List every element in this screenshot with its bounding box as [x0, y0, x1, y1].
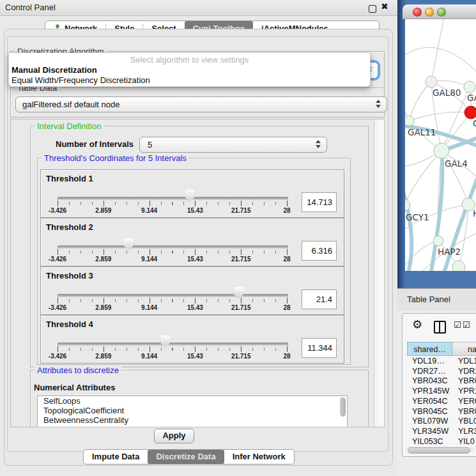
slider-track[interactable]	[58, 197, 288, 201]
cell-name[interactable]: YER0	[458, 397, 476, 406]
cell-name[interactable]: YPR1	[458, 387, 476, 395]
dropdown-option-equal-width[interactable]: Equal Width/Frequency Discretization	[12, 75, 150, 85]
gear-icon[interactable]: ⚙	[412, 318, 422, 332]
threshold-value-field[interactable]: 14.713	[302, 192, 337, 212]
column-header-shared-name[interactable]: shared…	[407, 342, 452, 356]
major-tick	[58, 346, 58, 352]
dropdown-option-manual[interactable]: Manual Discretization	[12, 65, 97, 75]
cell-name[interactable]: YBR0	[458, 407, 476, 416]
table-row[interactable]: YLR345WYLR3	[407, 427, 476, 437]
table-row[interactable]: YDL19…YDL1	[407, 357, 476, 367]
table-row[interactable]: YBL079WYBL0	[407, 417, 476, 427]
table-row[interactable]: YBR043CYBR0	[407, 376, 476, 387]
table-row[interactable]: YDR27…YDR2	[407, 367, 476, 377]
thresholds-group-title: Threshold's Coordinates for 5 Intervals	[42, 153, 189, 163]
threshold-slider[interactable]: -3.4262.8599.14415.4321.71528	[58, 316, 287, 363]
tick-label: 2.859	[95, 304, 111, 311]
threshold-panel: Threshold 4 -3.4262.8599.14415.4321.7152…	[40, 315, 344, 364]
cell-name[interactable]: YBR0	[458, 376, 476, 385]
close-icon[interactable]: ✖	[381, 1, 388, 12]
node-label: HAP2	[438, 247, 461, 257]
threshold-value-field[interactable]: 11.344	[302, 338, 337, 358]
checkbox-icon[interactable]: ☑	[463, 320, 470, 330]
scrollbar-track[interactable]	[374, 119, 384, 427]
major-tick	[104, 201, 104, 206]
cell-name[interactable]: YLR3	[458, 427, 476, 436]
cell-shared-name[interactable]: YDL19…	[412, 357, 445, 365]
tab-discretize-data[interactable]: Discretize Data	[148, 450, 224, 464]
node-label: GAL4	[445, 158, 468, 169]
network-canvas[interactable]: GAL80GACGAL11GAL4HGCY1HAP2	[405, 19, 476, 271]
table-row[interactable]: YPR145WYPR1	[407, 387, 476, 397]
network-edge[interactable]	[405, 47, 476, 75]
tab-impute-data[interactable]: Impute Data	[84, 450, 148, 464]
slider-minor-ticks	[58, 202, 288, 205]
apply-button[interactable]: Apply	[154, 429, 194, 443]
cell-shared-name[interactable]: YBR045C	[412, 407, 448, 416]
zoom-traffic-light[interactable]	[437, 8, 446, 17]
network-node-gal11[interactable]	[405, 116, 414, 126]
threshold-panel: Threshold 1 -3.4262.8599.14415.4321.7152…	[40, 169, 344, 218]
cell-shared-name[interactable]: YBL079W	[412, 417, 448, 426]
cell-shared-name[interactable]: YER054C	[412, 397, 448, 406]
cell-name[interactable]: YIL0	[458, 437, 475, 446]
table-row[interactable]: YER054CYER0	[407, 397, 476, 407]
dropdown-hint-item[interactable]: Select algorithm to view settings	[9, 55, 370, 65]
number-of-intervals-combobox[interactable]: 5	[139, 137, 327, 153]
slider-track[interactable]	[58, 342, 288, 346]
attribute-list-item[interactable]: BetweennessCentrality	[38, 415, 347, 425]
major-tick	[195, 298, 196, 303]
network-edge[interactable]	[405, 151, 441, 205]
threshold-slider[interactable]: -3.4262.8599.14415.4321.71528	[58, 267, 287, 314]
cell-shared-name[interactable]: YIL053C	[412, 437, 443, 446]
horizontal-scrollbar-track[interactable]	[406, 447, 474, 452]
slider-track[interactable]	[58, 245, 288, 249]
minimize-traffic-light[interactable]	[425, 8, 434, 17]
cell-shared-name[interactable]: YDR27…	[412, 367, 446, 376]
network-node-gal4[interactable]	[434, 143, 449, 158]
attribute-list-item[interactable]: TopologicalCoefficient	[38, 406, 347, 415]
network-window-titlebar[interactable]	[403, 4, 476, 19]
threshold-slider[interactable]: -3.4262.8599.14415.4321.71528	[58, 219, 287, 266]
network-edge[interactable]	[409, 82, 431, 121]
threshold-value-field[interactable]: 6.316	[302, 241, 337, 261]
network-node-hap2[interactable]	[433, 236, 443, 246]
table-data-combobox[interactable]: galFiltered.sif default node	[15, 96, 387, 112]
network-node-ga[interactable]	[464, 81, 475, 93]
threshold-value-field[interactable]: 21.4	[302, 289, 337, 309]
network-node-c[interactable]	[464, 106, 476, 119]
numerical-attributes-list[interactable]: SelfLoopsTopologicalCoefficientBetweenne…	[37, 395, 348, 427]
attribute-list-item[interactable]: SelfLoops	[38, 396, 347, 406]
horizontal-scrollbar-thumb[interactable]	[408, 447, 470, 454]
slider-track[interactable]	[58, 294, 288, 298]
cell-name[interactable]: YDL1	[458, 357, 476, 365]
tick-label: 28	[283, 207, 290, 214]
major-tick	[150, 201, 150, 206]
attributes-group-title: Attributes to discretize	[35, 365, 121, 375]
major-tick	[241, 201, 242, 206]
cell-name[interactable]: YBL0	[458, 417, 476, 426]
number-of-intervals-label: Number of Intervals	[56, 139, 134, 149]
column-header-name[interactable]: na	[452, 342, 476, 356]
cell-shared-name[interactable]: YPR145W	[412, 387, 449, 395]
cell-shared-name[interactable]: YBR043C	[412, 376, 448, 385]
cell-name[interactable]: YDR2	[458, 367, 476, 376]
slider-minor-ticks	[58, 299, 288, 302]
tab-infer-network[interactable]: Infer Network	[224, 450, 294, 464]
node-label: H	[473, 208, 476, 219]
tick-label: 15.43	[187, 353, 203, 360]
close-traffic-light[interactable]	[413, 8, 422, 17]
network-edge[interactable]	[431, 19, 445, 82]
float-window-icon[interactable]	[369, 5, 376, 13]
network-node[interactable]	[452, 261, 465, 271]
table-row[interactable]: YBR045CYBR0	[407, 407, 476, 417]
network-edge[interactable]	[409, 112, 471, 121]
cell-shared-name[interactable]: YLR345W	[412, 427, 449, 436]
network-node-gal80[interactable]	[426, 76, 437, 88]
interval-definition-title: Interval Definition	[35, 121, 104, 131]
checkbox-icon[interactable]: ☑	[454, 320, 461, 330]
list-scrollbar-thumb[interactable]	[340, 397, 346, 417]
threshold-slider[interactable]: -3.4262.8599.14415.4321.71528	[58, 170, 287, 217]
columns-icon[interactable]	[434, 321, 446, 334]
table-row[interactable]: YIL053CYIL0	[407, 437, 476, 447]
